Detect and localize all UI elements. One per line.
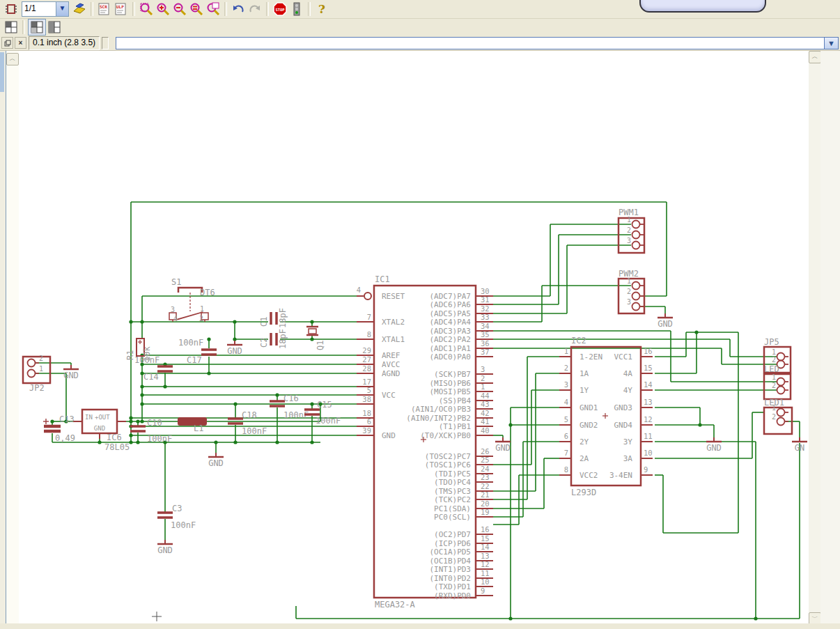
pin-name: 4A (623, 369, 633, 378)
pin-name: (MOSI)PB5 (429, 387, 471, 396)
svg-text:SCR: SCR (100, 4, 107, 9)
redo-icon (248, 3, 262, 15)
pin-name: AGND (382, 369, 400, 378)
ulp-button[interactable]: ULP (113, 1, 130, 17)
pin-name: (TDO)PC4 (434, 478, 471, 487)
cap-value: 18pF (278, 329, 288, 349)
pin-number: 16 (481, 525, 490, 534)
zoom-in-button[interactable] (155, 1, 171, 17)
pin-number: 23 (481, 473, 490, 481)
pin-number: 19 (481, 508, 490, 516)
board-button[interactable] (71, 1, 88, 17)
zoom-fit-button[interactable] (138, 1, 155, 17)
pin-number: 1 (627, 216, 631, 224)
gnd-label: GND (658, 319, 673, 329)
float-panel-button[interactable] (1, 37, 13, 49)
ic6-ref: IC6 (107, 433, 122, 442)
cap-c14: C14100nF (134, 355, 173, 382)
zoom-out-button[interactable] (171, 1, 188, 17)
pin-name: PC0(SCL) (434, 513, 471, 522)
sheet-combo[interactable]: 1/1 ▼ (22, 1, 69, 17)
gnd-label: GND (495, 443, 511, 453)
cap-value: 0,49 (55, 433, 75, 443)
pin-number: 2 (481, 374, 485, 382)
resistor-value: 10k (142, 346, 152, 362)
close-panel-button[interactable]: × (15, 37, 26, 49)
gnd-label: GND (706, 443, 722, 453)
sheet-thumbnail-selected[interactable] (0, 52, 4, 92)
window-split-button-3[interactable] (46, 20, 63, 35)
pin-number: 31 (481, 295, 490, 304)
pin-number: 33 (481, 313, 490, 321)
crystal-q1: Q1 (306, 327, 325, 350)
undo-button[interactable] (230, 1, 247, 17)
pin-number: 1 (772, 348, 776, 356)
command-history-dropdown[interactable]: ▼ (825, 37, 839, 49)
cap-ref: C2 (259, 338, 269, 348)
status-spacer (102, 37, 109, 49)
pin-name: 1Y (580, 386, 589, 395)
cap-c17: C17100nF (178, 338, 217, 365)
pin-name: 2Y (580, 437, 589, 446)
pin-number: 38 (362, 395, 371, 403)
sheet-part-button[interactable] (3, 1, 20, 17)
pin-name: 3A (623, 454, 633, 463)
pin-number: 1 (564, 347, 568, 355)
zoom-select-button[interactable] (188, 1, 205, 17)
pin-number: 32 (481, 304, 490, 313)
cap-value: 100nF (316, 416, 341, 426)
bottom-strip (0, 623, 840, 629)
zoom-redraw-button[interactable] (205, 1, 221, 17)
coordinate-display: 0.1 inch (2.8 3.5) (29, 36, 100, 50)
panel-scroll-track[interactable] (6, 51, 20, 623)
command-input[interactable] (116, 37, 825, 49)
cap-c1: C118pF (259, 308, 288, 328)
pin-number: 3 (564, 380, 568, 389)
scroll-up-button[interactable]: ︿ (809, 51, 821, 63)
pin-name: GND (94, 425, 105, 432)
pin-name: (ADC0)PA0 (429, 352, 471, 362)
chevron-down-icon[interactable]: ▼ (56, 2, 68, 16)
pin-number: 13 (481, 552, 490, 560)
connector-led1: LED112 (764, 398, 792, 434)
pin-name: (TXD)PD1 (434, 582, 471, 591)
window-grid-icon (5, 21, 17, 33)
schematic-canvas[interactable]: GNDGNDGNDGNDGNDGNDGNDGNIC1MEGA32-A478292… (19, 51, 809, 623)
panel-scroll-up-button[interactable]: ︿ (6, 53, 19, 65)
connector-ref: JP5 (764, 337, 779, 347)
window-split-button-2[interactable] (28, 19, 46, 36)
gnd-label: GND (208, 458, 224, 468)
pin-number: 15 (481, 534, 490, 543)
pin-name: (AIN1/OC0)PB3 (411, 405, 471, 414)
zoom-out-icon (172, 1, 187, 17)
ic2-value: L293D (571, 488, 596, 497)
help-button[interactable]: ? (313, 1, 330, 17)
pin-number: 36 (481, 339, 490, 348)
pin-name: XTAL2 (382, 318, 405, 327)
board-icon (72, 2, 87, 16)
crystal-ref: Q1 (316, 341, 325, 350)
pin-number: 9 (644, 465, 648, 474)
traffic-light-button[interactable] (288, 1, 305, 17)
pin-number: 3 (627, 237, 631, 244)
pin-name: GND (382, 431, 396, 440)
pin-number: 30 (481, 287, 490, 295)
pin-number: 5 (367, 386, 371, 394)
window-split-button-1[interactable] (3, 20, 20, 35)
pin-name: VCC1 (614, 352, 633, 362)
sheet-thumbnail-panel: ︿ (0, 51, 19, 623)
pin-name: GND3 (614, 403, 633, 412)
pin-name: 1A (580, 369, 589, 378)
help-icon: ? (318, 2, 325, 16)
vertical-scrollbar[interactable]: ︿ ﹀ (809, 51, 820, 623)
redo-button[interactable] (247, 1, 263, 17)
stop-button[interactable]: STOP (272, 1, 288, 17)
close-icon: × (19, 39, 23, 47)
script-button[interactable]: SCR (96, 1, 113, 17)
inductor-ref: L1 (194, 424, 203, 433)
pin-number: 3 (481, 365, 485, 373)
pin-number: 2 (772, 382, 776, 389)
pin-number: 8 (564, 465, 568, 474)
pin-number: 1 (200, 305, 204, 313)
pin-number: 21 (481, 490, 490, 499)
